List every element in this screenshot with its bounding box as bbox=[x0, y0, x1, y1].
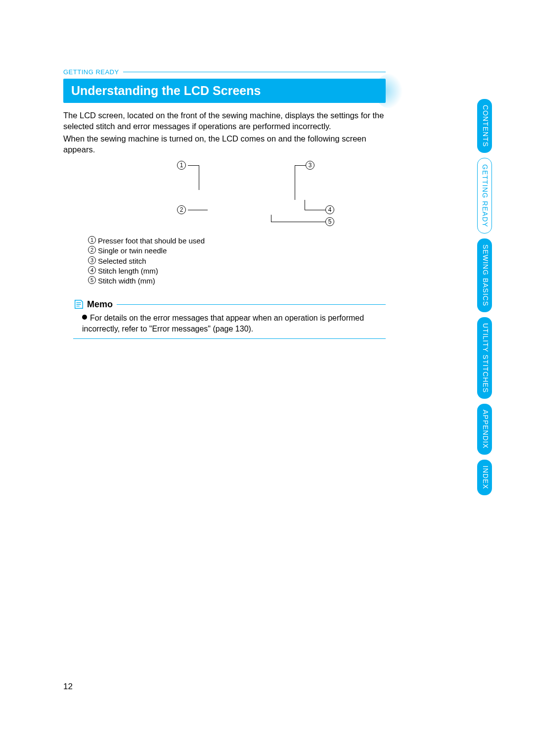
tab-sewing-basics[interactable]: SEWING BASICS bbox=[477, 238, 492, 312]
memo-text: For details on the error messages that a… bbox=[82, 314, 364, 333]
callout-1-number: 1 bbox=[177, 161, 186, 170]
tab-contents[interactable]: CONTENTS bbox=[477, 99, 492, 153]
bullet-icon bbox=[82, 315, 87, 320]
memo-title: Memo bbox=[87, 299, 113, 310]
memo-header: Memo bbox=[73, 299, 386, 310]
leader-1-h bbox=[188, 165, 199, 166]
breadcrumb: GETTING READY bbox=[63, 68, 386, 76]
memo-body: For details on the error messages that a… bbox=[73, 310, 386, 338]
memo-block: Memo For details on the error messages t… bbox=[73, 299, 386, 338]
legend-item: 4 Stitch length (mm) bbox=[88, 266, 386, 276]
callout-5: 5 bbox=[325, 217, 337, 226]
leader-5-v bbox=[271, 215, 271, 222]
page-content: GETTING READY Understanding the LCD Scre… bbox=[0, 0, 415, 339]
section-title: Understanding the LCD Screens bbox=[63, 79, 386, 103]
callout-2-number: 2 bbox=[177, 205, 186, 214]
tab-utility-stitches[interactable]: UTILITY STITCHES bbox=[477, 317, 492, 399]
legend-number: 2 bbox=[88, 246, 96, 254]
legend-text: Presser foot that should be used bbox=[98, 236, 205, 246]
leader-3-v bbox=[295, 165, 295, 200]
callout-4: 4 bbox=[325, 205, 337, 214]
diagram-legend: 1 Presser foot that should be used 2 Sin… bbox=[88, 236, 386, 286]
legend-text: Single or twin needle bbox=[98, 246, 167, 256]
breadcrumb-line bbox=[123, 72, 386, 72]
callout-3-number: 3 bbox=[306, 161, 314, 170]
callout-3: 3 bbox=[306, 161, 317, 170]
leader-5-h bbox=[271, 222, 325, 222]
legend-item: 1 Presser foot that should be used bbox=[88, 236, 386, 246]
leader-3-h bbox=[295, 165, 306, 166]
legend-number: 5 bbox=[88, 276, 96, 284]
legend-text: Selected stitch bbox=[98, 256, 146, 266]
legend-item: 3 Selected stitch bbox=[88, 256, 386, 266]
section-title-text: Understanding the LCD Screens bbox=[71, 84, 261, 97]
legend-number: 3 bbox=[88, 256, 96, 264]
side-tabs: CONTENTS GETTING READY SEWING BASICS UTI… bbox=[477, 99, 492, 500]
memo-header-line bbox=[117, 304, 386, 305]
intro-paragraph-2: When the sewing machine is turned on, th… bbox=[63, 133, 386, 155]
legend-number: 4 bbox=[88, 266, 96, 274]
legend-item: 2 Single or twin needle bbox=[88, 246, 386, 256]
legend-number: 1 bbox=[88, 236, 96, 244]
callout-4-number: 4 bbox=[325, 205, 334, 214]
legend-text: Stitch width (mm) bbox=[98, 276, 155, 286]
memo-icon bbox=[73, 299, 84, 310]
leader-4-v bbox=[305, 200, 305, 210]
page-number: 12 bbox=[63, 682, 73, 692]
tab-index[interactable]: INDEX bbox=[477, 460, 492, 495]
tab-getting-ready[interactable]: GETTING READY bbox=[477, 158, 492, 234]
intro-paragraph-1: The LCD screen, located on the front of … bbox=[63, 110, 386, 132]
breadcrumb-text: GETTING READY bbox=[63, 68, 119, 76]
legend-item: 5 Stitch width (mm) bbox=[88, 276, 386, 286]
callout-2: 2 bbox=[177, 205, 189, 214]
callout-5-number: 5 bbox=[325, 217, 334, 226]
tab-appendix[interactable]: APPENDIX bbox=[477, 404, 492, 455]
leader-4-h bbox=[305, 210, 325, 210]
leader-2-h bbox=[188, 210, 208, 210]
lcd-diagram: 1 3 2 4 5 bbox=[63, 158, 386, 232]
leader-1-v bbox=[199, 165, 199, 190]
callout-1: 1 bbox=[177, 161, 189, 170]
legend-text: Stitch length (mm) bbox=[98, 266, 158, 276]
